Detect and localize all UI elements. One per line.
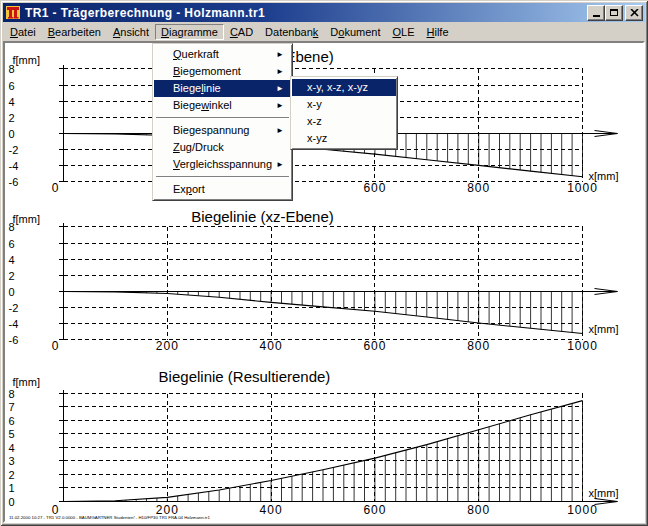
menu-item-biegespannung[interactable]: Biegespannung► xyxy=(154,122,291,139)
menubar-item-ole[interactable]: OLE xyxy=(386,24,420,40)
menu-item-biegewinkel[interactable]: Biegewinkel► xyxy=(154,97,291,114)
submenu-arrow-icon: ► xyxy=(276,63,284,80)
close-button[interactable] xyxy=(625,5,643,21)
menubar-item-dokument[interactable]: Dokument xyxy=(324,24,386,40)
minimize-button[interactable] xyxy=(587,5,605,21)
menubar-item-ansicht[interactable]: Ansicht xyxy=(107,24,155,40)
menu-separator xyxy=(154,173,291,181)
submenu-arrow-icon: ► xyxy=(276,80,284,97)
submenu-item-x-yz[interactable]: x-yz xyxy=(292,130,396,147)
maximize-button[interactable] xyxy=(605,5,623,21)
menu-item-export[interactable]: Export xyxy=(154,181,291,198)
menu-separator xyxy=(154,114,291,122)
close-icon xyxy=(630,9,639,17)
menu-item-biegelinie[interactable]: Biegelinie► xyxy=(154,80,291,97)
submenu-arrow-icon: ► xyxy=(276,46,284,63)
submenu-item-x-z[interactable]: x-z xyxy=(292,113,396,130)
menubar-item-datenbank[interactable]: Datenbank xyxy=(259,24,324,40)
menubar-item-bearbeiten[interactable]: Bearbeiten xyxy=(42,24,107,40)
maximize-icon xyxy=(610,9,618,16)
menu-item-querkraft[interactable]: Querkraft► xyxy=(154,46,291,63)
window-title: TR1 - Trägerberechnung - Holzmann.tr1 xyxy=(25,6,265,20)
submenu-arrow-icon: ► xyxy=(276,122,284,139)
biegelinie-submenu: x-y, x-z, x-yzx-yx-zx-yz xyxy=(290,76,398,150)
menu-item-vergleichsspannung[interactable]: Vergleichsspannung► xyxy=(154,156,291,173)
diagramme-menu: Querkraft►Biegemoment►Biegelinie►Biegewi… xyxy=(152,43,293,201)
app-icon[interactable] xyxy=(5,5,21,20)
menu-item-biegemoment[interactable]: Biegemoment► xyxy=(154,63,291,80)
status-text: 11.02.2000 10:27 - TR1 V2.0.0000 - BAUMG… xyxy=(9,516,210,520)
menu-bar: DateiBearbeitenAnsichtDiagrammeCADDatenb… xyxy=(3,22,645,41)
title-bar: TR1 - Trägerberechnung - Holzmann.tr1 xyxy=(3,3,645,22)
menubar-item-datei[interactable]: Datei xyxy=(4,24,42,40)
submenu-item-x-y[interactable]: x-y xyxy=(292,96,396,113)
submenu-item-x-y-x-z-x-yz[interactable]: x-y, x-z, x-yz xyxy=(292,79,396,96)
menu-item-zug-druck[interactable]: Zug/Druck xyxy=(154,139,291,156)
submenu-arrow-icon: ► xyxy=(276,156,284,173)
menubar-item-hilfe[interactable]: Hilfe xyxy=(421,24,455,40)
menubar-item-diagramme[interactable]: Diagramme xyxy=(155,24,224,40)
minimize-icon xyxy=(593,15,600,17)
menubar-item-cad[interactable]: CAD xyxy=(224,24,259,40)
submenu-arrow-icon: ► xyxy=(276,97,284,114)
app-window: 11.02.2000 10:27 - TR1 V2.0.0000 - BAUMG… xyxy=(0,0,648,526)
